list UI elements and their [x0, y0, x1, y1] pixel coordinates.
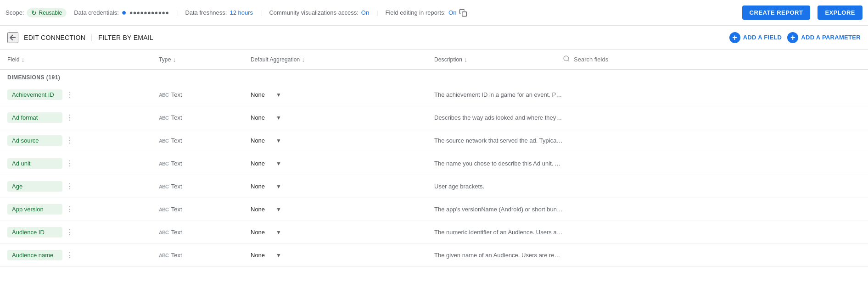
field-badge[interactable]: App version: [7, 204, 62, 215]
column-header-field[interactable]: Field ↓: [7, 56, 159, 63]
aggregation-dropdown-icon[interactable]: ▼: [276, 206, 281, 213]
type-value: Text: [171, 206, 182, 213]
column-header-type[interactable]: Type ↓: [159, 56, 251, 63]
aggregation-cell: None ▼: [251, 137, 434, 144]
aggregation-value: None: [251, 114, 265, 121]
aggregation-value: None: [251, 206, 265, 213]
row-menu-icon[interactable]: ⋮: [66, 182, 73, 191]
aggregation-value: None: [251, 183, 265, 190]
aggregation-cell: None ▼: [251, 229, 434, 236]
breadcrumb: EDIT CONNECTION | FILTER BY EMAIL: [24, 33, 153, 42]
description-cell: The source network that served the ad. T…: [434, 137, 563, 144]
row-menu-icon[interactable]: ⋮: [66, 228, 73, 237]
aggregation-value: None: [251, 137, 265, 144]
field-sort-icon: ↓: [22, 56, 25, 63]
field-badge[interactable]: Ad source: [7, 135, 62, 146]
row-menu-icon[interactable]: ⋮: [66, 205, 73, 214]
top-bar: Scope: ↻ Reusable Data credentials: ● ●●…: [0, 0, 868, 26]
data-credentials-value: ●●●●●●●●●●●: [129, 9, 169, 16]
aggregation-dropdown-icon[interactable]: ▼: [276, 115, 281, 121]
description-cell: User age brackets.: [434, 183, 563, 190]
field-badge[interactable]: Age: [7, 181, 62, 192]
aggregation-cell: None ▼: [251, 252, 434, 259]
explore-button[interactable]: EXPLORE: [818, 6, 862, 20]
field-badge[interactable]: Ad format: [7, 112, 62, 123]
action-buttons: + ADD A FIELD + ADD A PARAMETER: [729, 32, 861, 43]
type-abc-icon: ABC: [159, 92, 168, 98]
aggregation-value: None: [251, 229, 265, 236]
aggregation-dropdown-icon[interactable]: ▼: [276, 229, 281, 236]
copy-icon[interactable]: [459, 9, 467, 17]
type-abc-icon: ABC: [159, 138, 168, 143]
create-report-button[interactable]: CREATE REPORT: [742, 6, 811, 20]
aggregation-dropdown-icon[interactable]: ▼: [276, 92, 281, 98]
aggregation-dropdown-icon[interactable]: ▼: [276, 252, 281, 259]
field-badge[interactable]: Achievement ID: [7, 89, 62, 100]
aggregation-cell: None ▼: [251, 114, 434, 121]
scope-section: Scope: ↻ Reusable: [6, 8, 67, 17]
reusable-icon: ↻: [31, 9, 37, 17]
field-cell: Ad format ⋮: [7, 112, 159, 123]
row-menu-icon[interactable]: ⋮: [66, 159, 73, 168]
column-header-description[interactable]: Description ↓: [434, 56, 563, 63]
secondary-bar: EDIT CONNECTION | FILTER BY EMAIL + ADD …: [0, 26, 868, 50]
aggregation-value: None: [251, 91, 265, 98]
field-editing-label: Field editing in reports:: [386, 9, 446, 16]
add-field-icon: +: [729, 32, 740, 43]
row-menu-icon[interactable]: ⋮: [66, 90, 73, 99]
description-cell: The app's versionName (Android) or short…: [434, 206, 563, 213]
row-menu-icon[interactable]: ⋮: [66, 251, 73, 259]
filter-label: FILTER BY EMAIL: [98, 34, 153, 41]
type-cell: ABC Text: [159, 183, 251, 190]
field-cell: Audience ID ⋮: [7, 227, 159, 237]
table-body: Achievement ID ⋮ ABC Text None ▼ The ach…: [0, 83, 868, 267]
data-freshness-label: Data freshness:: [185, 9, 227, 16]
table-row: Ad source ⋮ ABC Text None ▼ The source n…: [0, 129, 868, 152]
field-badge[interactable]: Ad unit: [7, 158, 62, 169]
aggregation-cell: None ▼: [251, 160, 434, 167]
table-row: Ad format ⋮ ABC Text None ▼ Describes th…: [0, 106, 868, 129]
type-value: Text: [171, 252, 182, 259]
column-header-aggregation[interactable]: Default Aggregation ↓: [251, 56, 434, 63]
edit-connection-label: EDIT CONNECTION: [24, 34, 85, 41]
row-menu-icon[interactable]: ⋮: [66, 136, 73, 145]
type-cell: ABC Text: [159, 252, 251, 259]
aggregation-dropdown-icon[interactable]: ▼: [276, 160, 281, 167]
aggregation-value: None: [251, 160, 265, 167]
scope-badge[interactable]: ↻ Reusable: [27, 8, 67, 17]
type-abc-icon: ABC: [159, 161, 168, 166]
row-menu-icon[interactable]: ⋮: [66, 113, 73, 122]
type-value: Text: [171, 183, 182, 190]
description-cell: The name you chose to describe this Ad u…: [434, 160, 563, 167]
aggregation-column-label: Default Aggregation: [251, 56, 300, 63]
scope-label: Scope:: [6, 9, 24, 16]
agg-sort-icon: ↓: [302, 56, 305, 63]
table-row: Age ⋮ ABC Text None ▼ User age brackets.: [0, 175, 868, 198]
dimensions-header: DIMENSIONS (191): [0, 70, 868, 83]
type-abc-icon: ABC: [159, 253, 168, 258]
type-value: Text: [171, 114, 182, 121]
sep3: |: [376, 9, 378, 16]
table-row: Achievement ID ⋮ ABC Text None ▼ The ach…: [0, 83, 868, 106]
aggregation-cell: None ▼: [251, 183, 434, 190]
search-input[interactable]: [574, 56, 861, 63]
add-field-button[interactable]: + ADD A FIELD: [729, 32, 782, 43]
aggregation-dropdown-icon[interactable]: ▼: [276, 183, 281, 190]
field-badge[interactable]: Audience name: [7, 250, 62, 260]
breadcrumb-separator: |: [91, 33, 93, 42]
type-cell: ABC Text: [159, 91, 251, 98]
data-freshness-value: 12 hours: [230, 9, 253, 16]
back-button[interactable]: [7, 32, 18, 43]
field-editing-value: On: [448, 9, 456, 16]
field-badge[interactable]: Audience ID: [7, 227, 62, 237]
search-field-container[interactable]: [563, 55, 861, 64]
aggregation-dropdown-icon[interactable]: ▼: [276, 138, 281, 144]
add-parameter-button[interactable]: + ADD A PARAMETER: [787, 32, 861, 43]
table-row: Audience name ⋮ ABC Text None ▼ The give…: [0, 244, 868, 267]
community-viz-section: Community visualizations access: On: [269, 9, 369, 16]
data-credentials-section: Data credentials: ● ●●●●●●●●●●●: [74, 8, 169, 17]
field-cell: Achievement ID ⋮: [7, 89, 159, 100]
svg-point-1: [564, 56, 569, 61]
type-abc-icon: ABC: [159, 115, 168, 121]
field-cell: Audience name ⋮: [7, 250, 159, 260]
